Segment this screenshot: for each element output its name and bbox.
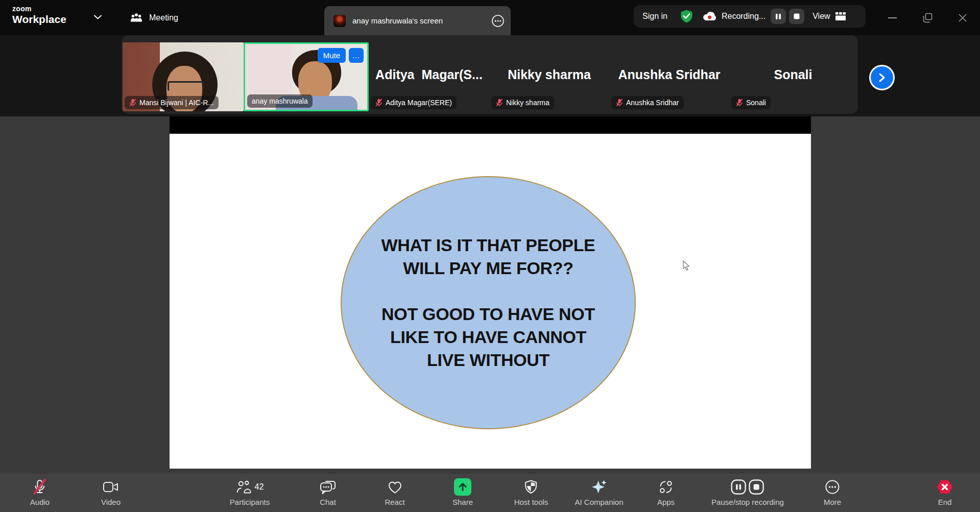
apps-button-label: Apps: [657, 498, 675, 506]
stop-recording-icon: [748, 479, 764, 495]
ai-companion-button-label: AI Companion: [575, 498, 623, 506]
end-button-label: End: [938, 498, 952, 506]
shared-screen-tab-label: anay mashruwala's screen: [352, 16, 491, 25]
pause-stop-recording-button[interactable]: Pause/stop recording: [711, 474, 784, 512]
host-tools-shield-icon: [524, 478, 538, 496]
zoom-workplace-logo: zoom Workplace: [12, 5, 66, 25]
chat-button[interactable]: Chat: [320, 474, 336, 512]
participants-button-label: Participants: [230, 498, 270, 506]
slide-ellipse-shape: WHAT IS IT THAT PEOPLE WILL PAY ME FOR??…: [341, 176, 636, 429]
logo-workplace-text: Workplace: [12, 14, 66, 25]
participant-video-placeholder: [168, 81, 204, 91]
logo-zoom-text: zoom: [12, 5, 66, 12]
participant-name-label: Mansi Bijwani | AIC-R...: [139, 99, 214, 107]
participant-name-label: Sonali: [746, 99, 766, 107]
participant-tile-sonali[interactable]: Sonali Sonali: [729, 42, 857, 111]
slide-text-line: LIKE TO HAVE CANNOT: [381, 326, 595, 349]
participant-name-badge: anay mashruwala: [247, 94, 313, 108]
mouse-cursor: [683, 260, 691, 272]
view-layout-grid-icon[interactable]: [835, 12, 846, 21]
participant-name-badge: Anushka Sridhar: [611, 96, 684, 109]
meeting-people-icon: [130, 13, 142, 23]
participants-button[interactable]: 42 Participants: [230, 474, 270, 512]
muted-mic-icon: [616, 99, 623, 107]
host-tools-button-label: Host tools: [514, 498, 548, 506]
participant-name-badge: Mansi Bijwani | AIC-R...: [125, 96, 219, 109]
ai-companion-sparkle-icon: [591, 478, 607, 496]
view-button-label[interactable]: View: [812, 12, 830, 21]
tab-shared-screen[interactable]: anay mashruwala's screen: [324, 6, 511, 35]
participant-name-label: Nikky sharma: [506, 99, 549, 107]
titlebar-right-cluster: Sign in Recording... View: [634, 5, 866, 28]
slide-paragraph-2: NOT GOOD TO HAVE NOT LIKE TO HAVE CANNOT…: [381, 303, 595, 372]
participant-display-name: Nikky sharma: [508, 67, 591, 82]
presentation-slide: WHAT IS IT THAT PEOPLE WILL PAY ME FOR??…: [170, 134, 811, 469]
chat-button-label: Chat: [320, 498, 336, 506]
window-restore-button[interactable]: [914, 0, 942, 35]
meeting-tab-label: Meeting: [149, 13, 178, 22]
mic-muted-icon: [32, 478, 47, 496]
participant-display-name: Sonali: [774, 67, 812, 82]
participant-display-name: Anushka Sridhar: [618, 67, 720, 82]
sign-in-button[interactable]: Sign in: [642, 12, 667, 21]
video-button-label: Video: [101, 498, 121, 506]
mute-participant-button[interactable]: Mute: [318, 48, 346, 63]
apps-icon: [659, 478, 673, 496]
security-shield-icon[interactable]: [680, 9, 694, 23]
window-minimize-button[interactable]: [878, 0, 907, 35]
more-button-label: More: [824, 498, 841, 506]
pause-recording-icon: [730, 479, 747, 495]
end-meeting-icon: [936, 478, 953, 496]
muted-mic-icon: [736, 99, 743, 107]
participant-name-badge: Aditya Magar(SERE): [371, 96, 457, 109]
react-button-label: React: [385, 498, 404, 506]
host-tools-button[interactable]: Host tools: [514, 474, 548, 512]
pause-recording-button[interactable]: [771, 9, 786, 24]
participant-display-name: Aditya Magar(S...: [375, 67, 483, 82]
apps-button[interactable]: Apps: [657, 474, 675, 512]
tab-meeting[interactable]: Meeting: [130, 0, 178, 35]
titlebar: zoom Workplace Meeting anay mashruwala's…: [0, 0, 980, 35]
shared-screen-view: WHAT IS IT THAT PEOPLE WILL PAY ME FOR??…: [170, 116, 811, 469]
slide-text-line: WILL PAY ME FOR??: [381, 257, 595, 280]
muted-mic-icon: [375, 99, 383, 107]
participant-name-badge: Nikky sharma: [491, 96, 554, 109]
window-close-button[interactable]: [948, 0, 977, 35]
participant-tile-nikky[interactable]: Nikky sharma Nikky sharma: [489, 42, 609, 111]
workspace-chevron-down-icon[interactable]: [93, 14, 102, 20]
participant-name-label: Aditya Magar(SERE): [386, 99, 452, 107]
participant-name-label: Anushka Sridhar: [626, 99, 679, 107]
meeting-toolbar: Audio Video: [0, 474, 980, 512]
share-button-label: Share: [452, 498, 473, 506]
share-screen-icon: [454, 478, 471, 496]
video-button[interactable]: Video: [101, 474, 121, 512]
filmstrip-next-page-button[interactable]: [869, 65, 895, 90]
participant-tile-anushka[interactable]: Anushka Sridhar Anushka Sridhar: [609, 42, 729, 111]
more-button[interactable]: More: [824, 474, 841, 512]
tab-options-ellipsis-icon[interactable]: [491, 14, 505, 28]
ai-companion-button[interactable]: AI Companion: [575, 474, 623, 512]
react-button[interactable]: React: [385, 474, 404, 512]
more-ellipsis-icon: [825, 478, 840, 496]
video-tile-anay-active-speaker[interactable]: Mute … anay mashruwala: [244, 42, 369, 111]
chat-bubbles-icon: [320, 478, 336, 496]
participants-count-badge: 42: [255, 482, 264, 492]
stop-recording-button[interactable]: [789, 9, 804, 24]
slide-text-line: LIVE WITHOUT: [381, 349, 595, 372]
participant-name-badge: Sonali: [731, 96, 771, 109]
end-meeting-button[interactable]: End: [936, 474, 953, 512]
participant-tile-aditya[interactable]: Aditya Magar(S... Aditya Magar(SERE): [369, 42, 489, 111]
pause-stop-recording-label: Pause/stop recording: [711, 498, 784, 506]
participant-more-options-button[interactable]: …: [349, 48, 364, 63]
heart-react-icon: [387, 478, 402, 496]
slide-text-line: WHAT IS IT THAT PEOPLE: [381, 234, 595, 257]
participants-icon: [236, 479, 251, 495]
slide-text-line: NOT GOOD TO HAVE NOT: [381, 303, 595, 326]
recording-status-label: Recording...: [722, 12, 766, 21]
share-button[interactable]: Share: [452, 474, 473, 512]
audio-button-label: Audio: [30, 498, 50, 506]
audio-button[interactable]: Audio: [30, 474, 50, 512]
cloud-recording-icon: [702, 11, 718, 22]
video-tile-mansi[interactable]: Mansi Bijwani | AIC-R...: [123, 42, 244, 111]
muted-mic-icon: [496, 99, 503, 107]
